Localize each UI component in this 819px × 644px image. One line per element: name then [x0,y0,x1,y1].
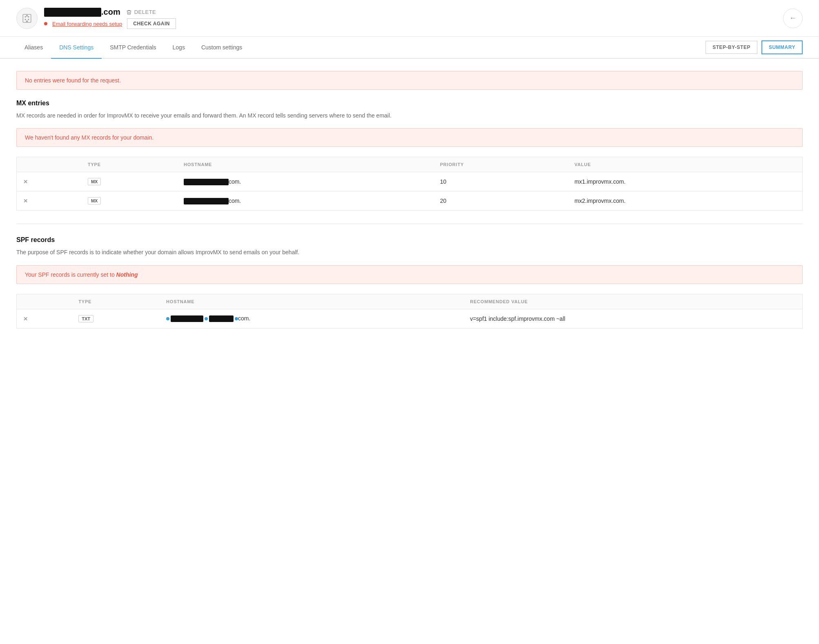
back-button[interactable]: ← [783,9,803,28]
svg-rect-1 [25,16,26,17]
mx-col-priority: PRIORITY [434,157,568,172]
mx-section-desc: MX records are needed in order for Impro… [16,111,803,120]
table-row: ✕ MX com. 10 mx1.improvmx.com. [17,172,803,191]
hostname-redacted-1 [184,179,229,185]
mx-row1-priority: 10 [434,172,568,191]
building-icon [22,13,32,24]
content: No entries were found for the request. M… [0,59,819,354]
no-entries-alert: No entries were found for the request. [16,71,803,90]
domain-title-row: .com DELETE [44,7,176,17]
spf-section-desc: The purpose of SPF records is to indicat… [16,248,803,257]
no-mx-records-alert: We haven't found any MX records for your… [16,128,803,147]
hostname-block-1 [171,315,203,322]
spf-col-type: TYPE [72,294,160,309]
spf-table-header: TYPE HOSTNAME RECOMMENDED VALUE [17,294,803,309]
mx-col-hostname: HOSTNAME [177,157,434,172]
dot-3 [235,317,238,320]
mx-row2-type: MX [81,191,177,211]
mx-entries-section: MX entries MX records are needed in orde… [16,100,803,211]
tab-custom-settings[interactable]: Custom settings [193,37,250,59]
hostname-block-2 [209,315,234,322]
company-logo [16,8,38,29]
step-by-step-button[interactable]: STEP-BY-STEP [705,41,757,54]
svg-point-6 [26,15,28,16]
spf-records-section: SPF records The purpose of SPF records i… [16,236,803,328]
no-entries-text: No entries were found for the request. [25,77,121,84]
svg-rect-4 [28,19,29,20]
check-again-button[interactable]: CHECK AGAIN [127,18,176,29]
navigation-tabs: Aliases DNS Settings SMTP Credentials Lo… [0,37,819,59]
domain-name: .com [44,7,120,17]
tabs-right: STEP-BY-STEP SUMMARY [705,40,803,54]
tab-logs[interactable]: Logs [165,37,193,59]
tabs-left: Aliases DNS Settings SMTP Credentials Lo… [16,37,250,58]
back-arrow-icon: ← [789,14,797,22]
spf-col-icon [17,294,72,309]
mx-section-title: MX entries [16,100,803,107]
domain-info: .com DELETE Email forwarding n [44,7,176,29]
table-row: ✕ MX com. 20 mx2.improvmx.com. [17,191,803,211]
mx-row2-priority: 20 [434,191,568,211]
svg-rect-3 [25,19,26,20]
spf-col-recommended: RECOMMENDED VALUE [463,294,802,309]
svg-rect-5 [26,20,28,22]
spf-section-title: SPF records [16,236,803,244]
spf-col-hostname: HOSTNAME [160,294,463,309]
trash-icon [126,9,132,15]
mx-table-header: TYPE HOSTNAME PRIORITY VALUE [17,157,803,172]
spf-row1-type: TXT [72,309,160,328]
spf-nothing-value: Nothing [116,271,138,278]
dot-2 [205,317,208,320]
status-dot [44,22,47,25]
no-mx-records-text: We haven't found any MX records for your… [25,134,154,141]
hostname-redacted-2 [184,198,229,204]
mx-table: TYPE HOSTNAME PRIORITY VALUE ✕ MX com. 1… [16,157,803,211]
section-divider [16,224,803,224]
domain-tld: .com [101,7,120,17]
mx-row1-type: MX [81,172,177,191]
mx-row1-hostname: com. [177,172,434,191]
mx-col-type: TYPE [81,157,177,172]
mx-row1-icon: ✕ [17,172,81,191]
summary-button[interactable]: SUMMARY [761,40,803,54]
mx-row1-value: mx1.improvmx.com. [568,172,803,191]
mx-col-value: VALUE [568,157,803,172]
spf-table: TYPE HOSTNAME RECOMMENDED VALUE ✕ TXT [16,294,803,329]
spf-status-text: Your SPF records is currently set to [25,271,116,278]
spf-row1-icon: ✕ [17,309,72,328]
domain-redacted-block [44,8,101,17]
hostname-dots [166,315,238,322]
spf-status-alert: Your SPF records is currently set to Not… [16,265,803,284]
header: .com DELETE Email forwarding n [0,0,819,37]
page-wrapper: .com DELETE Email forwarding n [0,0,819,644]
email-forwarding-status[interactable]: Email forwarding needs setup [52,21,122,27]
mx-row2-icon: ✕ [17,191,81,211]
delete-button[interactable]: DELETE [126,9,156,15]
mx-row2-value: mx2.improvmx.com. [568,191,803,211]
spf-row1-hostname: com. [160,309,463,328]
header-left: .com DELETE Email forwarding n [16,7,176,29]
tab-aliases[interactable]: Aliases [16,37,51,59]
svg-rect-2 [28,16,29,17]
delete-label: DELETE [134,9,156,15]
table-row: ✕ TXT com. v=spf1 include:spf.improv [17,309,803,328]
mx-col-icon [17,157,81,172]
dot-1 [166,317,169,320]
tab-smtp-credentials[interactable]: SMTP Credentials [102,37,164,59]
tab-dns-settings[interactable]: DNS Settings [51,37,102,59]
status-row: Email forwarding needs setup CHECK AGAIN [44,18,176,29]
mx-row2-hostname: com. [177,191,434,211]
spf-row1-recommended: v=spf1 include:spf.improvmx.com ~all [463,309,802,328]
